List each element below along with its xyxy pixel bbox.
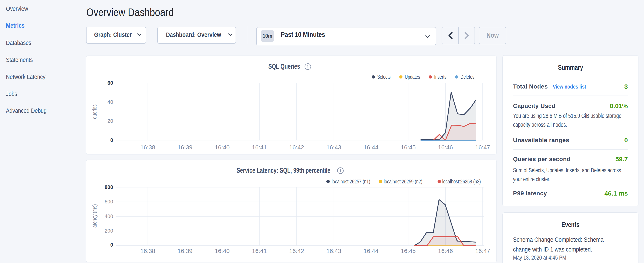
svg-text:16:41: 16:41	[252, 144, 267, 151]
svg-text:200: 200	[104, 228, 113, 234]
svg-text:16:44: 16:44	[364, 144, 378, 151]
svg-text:16:45: 16:45	[401, 144, 416, 151]
svg-text:queries: queries	[92, 105, 98, 119]
svg-text:16:46: 16:46	[438, 248, 453, 254]
svg-text:16:40: 16:40	[215, 248, 230, 254]
svg-text:40: 40	[107, 99, 113, 105]
svg-text:0: 0	[110, 137, 113, 143]
svg-text:16:39: 16:39	[178, 248, 192, 254]
svg-text:400: 400	[104, 213, 113, 219]
svg-text:16:47: 16:47	[475, 144, 490, 151]
svg-text:16:38: 16:38	[140, 248, 155, 254]
svg-text:16:45: 16:45	[401, 248, 416, 254]
svg-text:16:40: 16:40	[215, 144, 230, 151]
svg-text:16:43: 16:43	[326, 248, 341, 254]
svg-text:16:39: 16:39	[178, 144, 192, 151]
svg-text:16:46: 16:46	[438, 144, 453, 151]
svg-text:16:42: 16:42	[289, 144, 304, 151]
svg-text:0: 0	[110, 242, 113, 248]
svg-text:60: 60	[107, 80, 113, 86]
svg-text:600: 600	[104, 199, 113, 204]
svg-text:16:43: 16:43	[326, 144, 341, 151]
svg-text:16:38: 16:38	[140, 144, 155, 151]
svg-text:16:41: 16:41	[252, 248, 267, 254]
svg-text:latency (ms): latency (ms)	[92, 204, 98, 229]
svg-text:800: 800	[104, 184, 113, 190]
svg-text:20: 20	[107, 118, 113, 124]
svg-text:16:47: 16:47	[475, 248, 490, 254]
svg-text:16:44: 16:44	[364, 248, 378, 254]
svg-text:16:42: 16:42	[289, 248, 304, 254]
